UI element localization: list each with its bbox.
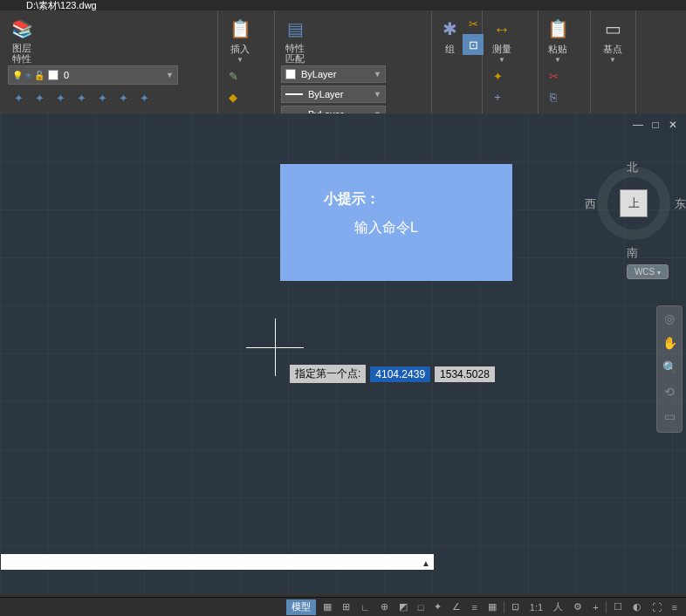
transparency-toggle[interactable]: ▦: [484, 599, 500, 615]
group-edit-button[interactable]: ⊡: [463, 34, 484, 55]
lineweight-icon: [285, 93, 303, 95]
layer-tool-4[interactable]: ✦: [71, 87, 92, 108]
hint-tooltip: 小提示： 输入命令L: [280, 164, 512, 281]
grid-toggle[interactable]: ▦: [319, 599, 335, 615]
wcs-button[interactable]: WCS ▾: [627, 264, 669, 279]
status-bar: 模型 ▦ ⊞ ∟ ⊕ ◩ □ ✦ ∠ ≡ ▦ ⊡ 1:1 人 ⚙ + ☐ ◐ ⛶…: [0, 597, 686, 616]
workspace-switch-button[interactable]: ⚙: [570, 599, 586, 615]
hint-title: 小提示：: [324, 190, 512, 209]
annotation-scale-button[interactable]: 1:1: [526, 599, 546, 615]
drawing-viewport[interactable]: — □ ✕ 小提示： 输入命令L 指定第一个点: 4104.2439 1534.…: [0, 113, 686, 593]
layer-color-swatch: [48, 70, 58, 80]
nav-zoom-icon[interactable]: 🔍: [661, 360, 678, 378]
lock-icon: 🔓: [34, 71, 45, 80]
match-props-icon: ▤: [281, 15, 309, 43]
chevron-down-icon: ▼: [237, 56, 244, 64]
dynamic-input: 指定第一个点: 4104.2439 1534.5028: [289, 364, 496, 384]
util-tool-1[interactable]: ✦: [487, 65, 508, 86]
measure-icon: ↔: [488, 15, 516, 43]
3dosnap-toggle[interactable]: ✦: [430, 599, 445, 615]
paste-icon: 📋: [544, 15, 572, 43]
chevron-down-icon: ▼: [554, 56, 561, 64]
insert-block-button[interactable]: 📋 插入 ▼: [223, 13, 257, 65]
iso-toggle[interactable]: ◩: [395, 599, 411, 615]
viewport-minimize-button[interactable]: —: [632, 119, 644, 131]
clean-screen-button[interactable]: ⛶: [648, 599, 665, 615]
nav-showmotion-icon[interactable]: ▭: [661, 409, 678, 427]
block-tool-1[interactable]: ✎: [223, 65, 244, 86]
chevron-down-icon: ▼: [166, 71, 174, 79]
navigation-bar: ◎ ✋ 🔍 ⟲ ▭: [656, 305, 683, 433]
viewcube-south[interactable]: 南: [627, 245, 638, 261]
viewcube-north[interactable]: 北: [627, 160, 638, 175]
layer-tool-2[interactable]: ✦: [29, 87, 50, 108]
chevron-down-icon: ▼: [609, 56, 616, 64]
hint-text: 输入命令L: [354, 219, 512, 237]
nav-pan-icon[interactable]: ✋: [661, 336, 678, 353]
nav-wheel-icon[interactable]: ◎: [661, 311, 678, 329]
layer-tool-6[interactable]: ✦: [113, 87, 134, 108]
nav-orbit-icon[interactable]: ⟲: [661, 385, 678, 402]
chevron-down-icon: ▼: [374, 70, 381, 79]
customization-button[interactable]: ≡: [669, 599, 681, 615]
sun-icon: ☀: [24, 71, 32, 80]
viewcube-top-face[interactable]: 上: [620, 189, 648, 217]
osnap-toggle[interactable]: □: [415, 599, 428, 615]
layer-name: 0: [64, 70, 69, 80]
chevron-down-icon: ▼: [498, 56, 505, 64]
group-icon: ✱: [436, 15, 463, 43]
prompt-label: 指定第一个点:: [289, 364, 367, 384]
viewcube[interactable]: 北 南 西 东 上: [592, 161, 676, 245]
command-history-toggle[interactable]: ▲: [419, 557, 433, 571]
block-tool-2[interactable]: ◆: [223, 86, 244, 107]
viewport-maximize-button[interactable]: □: [649, 119, 662, 131]
color-swatch-icon: [285, 69, 296, 79]
viewport-close-button[interactable]: ✕: [667, 119, 679, 131]
layers-stack-icon: 📚: [8, 15, 36, 43]
viewcube-east[interactable]: 东: [675, 196, 686, 212]
x-coordinate-input[interactable]: 4104.2439: [369, 366, 431, 383]
divider: [504, 601, 504, 613]
bulb-icon: 💡: [12, 71, 23, 80]
layer-selector-dropdown[interactable]: 💡 ☀ 🔓 0 ▼: [8, 65, 178, 85]
otrack-toggle[interactable]: ∠: [449, 599, 464, 615]
hardware-accel-button[interactable]: ◐: [629, 599, 645, 615]
layer-tool-1[interactable]: ✦: [8, 87, 29, 108]
paste-button[interactable]: 📋 粘贴 ▼: [543, 13, 573, 65]
ungroup-button[interactable]: ✂: [463, 13, 484, 34]
lineweight-dropdown[interactable]: ByLayer ▼: [281, 86, 386, 103]
chevron-down-icon: ▼: [374, 90, 381, 99]
group-button[interactable]: ✱ 组: [436, 13, 463, 58]
command-line-input[interactable]: [0, 553, 435, 571]
layer-tool-7[interactable]: ✦: [134, 87, 154, 108]
color-dropdown[interactable]: ByLayer ▼: [281, 65, 386, 83]
annotation-monitor-toggle[interactable]: 人: [550, 599, 566, 615]
viewcube-west[interactable]: 西: [585, 196, 596, 212]
y-coordinate-input[interactable]: 1534.5028: [434, 366, 496, 383]
title-bar: D:\素材\123.dwg: [0, 0, 686, 10]
layer-tool-5[interactable]: ✦: [92, 87, 113, 108]
copy-button[interactable]: ⎘: [543, 86, 564, 107]
ortho-toggle[interactable]: ∟: [357, 599, 374, 615]
model-space-button[interactable]: 模型: [286, 599, 316, 615]
cycling-toggle[interactable]: ⊡: [508, 599, 523, 615]
basepoint-icon: ▭: [599, 15, 627, 43]
match-properties-button[interactable]: ▤ 特性 匹配: [279, 13, 311, 65]
polar-toggle[interactable]: ⊕: [377, 599, 392, 615]
measure-button[interactable]: ↔ 测量 ▼: [487, 13, 517, 65]
divider: [606, 601, 607, 613]
annotation-monitor-button[interactable]: +: [589, 599, 601, 615]
insert-icon: 📋: [226, 15, 254, 43]
base-point-button[interactable]: ▭ 基点 ▼: [595, 13, 630, 65]
viewport-window-controls: — □ ✕: [632, 119, 679, 131]
isolate-objects-button[interactable]: ☐: [610, 599, 626, 615]
chevron-down-icon: ▾: [657, 269, 661, 277]
snap-toggle[interactable]: ⊞: [339, 599, 353, 615]
lineweight-toggle[interactable]: ≡: [468, 599, 480, 615]
cut-button[interactable]: ✂: [543, 65, 564, 86]
util-tool-2[interactable]: +: [487, 86, 508, 107]
layer-properties-button[interactable]: 📚 图层 特性: [4, 13, 39, 65]
layer-tool-3[interactable]: ✦: [50, 87, 71, 108]
